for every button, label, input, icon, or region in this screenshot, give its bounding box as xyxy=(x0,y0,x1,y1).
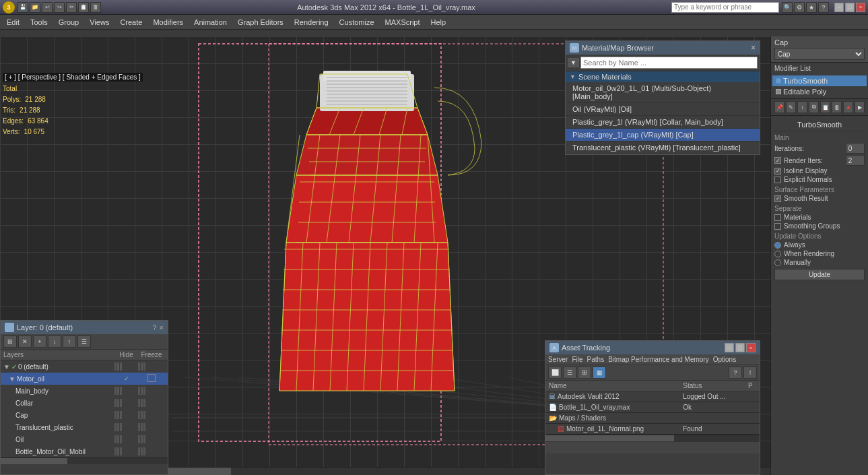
title-btn-3[interactable]: ↩ xyxy=(42,2,53,13)
menu-edit[interactable]: Edit xyxy=(1,17,25,28)
material-section-header: ▼ Scene Materials xyxy=(566,71,760,82)
menu-maxscript[interactable]: MAXScript xyxy=(380,17,426,28)
asset-menu-file[interactable]: File xyxy=(572,356,582,363)
title-btn-4[interactable]: ↪ xyxy=(54,2,65,13)
menu-help[interactable]: Help xyxy=(426,17,452,28)
asset-btn-help2[interactable]: ! xyxy=(743,367,757,379)
search-input[interactable] xyxy=(671,2,779,13)
menu-create[interactable]: Create xyxy=(114,17,147,28)
asset-cell-vault-status: Logged Out ... xyxy=(679,391,745,402)
asset-scrollbar-thumb[interactable] xyxy=(545,435,674,441)
material-item-0[interactable]: Motor_oil_0w20_1L_01 (Multi/Sub-Object) … xyxy=(566,82,760,103)
material-item-2[interactable]: Plastic_grey_1l (VRayMtl) [Collar, Main_… xyxy=(566,116,760,129)
ts-manually-radio[interactable] xyxy=(774,259,781,266)
minimize-btn[interactable]: ─ xyxy=(834,3,844,12)
ts-iterations-input[interactable] xyxy=(846,143,865,154)
close-btn[interactable]: × xyxy=(856,3,865,12)
material-item-3[interactable]: Plastic_grey_1l_cap (VRayMtl) [Cap] xyxy=(566,129,760,141)
layer-item-oil[interactable]: Oil xyxy=(1,433,168,445)
menu-animation[interactable]: Animation xyxy=(189,17,232,28)
title-btn-5[interactable]: ✂ xyxy=(66,2,77,13)
layer-item-cap[interactable]: Cap xyxy=(1,409,168,421)
mod-icon-move[interactable]: ↕ xyxy=(797,101,807,113)
mod-icon-right[interactable]: ▶ xyxy=(855,101,865,113)
cap-dropdown[interactable]: Cap xyxy=(774,48,865,60)
layer-layers-btn[interactable]: ☰ xyxy=(77,336,91,348)
layer-item-motor-oil[interactable]: ▼ Motor_oil ✓ xyxy=(1,373,168,385)
modifier-editable-poly[interactable]: Editable Poly xyxy=(772,86,867,97)
ts-isoline-row: Isoline Display xyxy=(774,167,865,175)
ts-render-iters-checkbox[interactable] xyxy=(774,157,781,164)
asset-row-png[interactable]: 🖼Motor_oil_1L_Normal.png Found xyxy=(545,424,760,435)
asset-btn-3[interactable]: ⊞ xyxy=(578,367,591,379)
layer-add-btn[interactable]: + xyxy=(33,336,46,348)
asset-maximize-btn[interactable]: □ xyxy=(735,343,745,352)
asset-cell-max-path xyxy=(745,402,760,413)
asset-minimize-btn[interactable]: ─ xyxy=(725,343,734,352)
layer-name-main-body: Main_body xyxy=(15,387,114,395)
asset-menu-bitmap[interactable]: Bitmap Performance and Memory xyxy=(608,356,709,363)
modifier-turbosmooth[interactable]: TurboSmooth xyxy=(772,75,867,86)
ts-when-rendering-radio[interactable] xyxy=(774,251,781,257)
layer-item-collar[interactable]: Collar xyxy=(1,397,168,409)
material-item-4[interactable]: Translucent_plastic (VRayMtl) [Transluce… xyxy=(566,141,760,154)
mod-icon-edit[interactable]: ✎ xyxy=(786,101,796,113)
layer-item-0[interactable]: ▼ ✓ 0 (default) xyxy=(1,360,168,373)
menu-modifiers[interactable]: Modifiers xyxy=(147,17,189,28)
menu-rendering[interactable]: Rendering xyxy=(289,17,334,28)
search-btn3[interactable]: ★ xyxy=(806,2,817,13)
maximize-btn[interactable]: □ xyxy=(845,3,855,12)
ts-smoothing-checkbox[interactable] xyxy=(774,223,781,230)
title-btn-1[interactable]: 💾 xyxy=(18,2,28,13)
ts-smooth-checkbox[interactable] xyxy=(774,195,781,202)
ts-explicit-checkbox[interactable] xyxy=(774,177,781,183)
layer-scrollbar[interactable] xyxy=(1,457,168,464)
title-btn-6[interactable]: 📋 xyxy=(78,2,89,13)
layer-sort-btn[interactable]: ⊞ xyxy=(3,336,17,348)
asset-menu-server[interactable]: Server xyxy=(548,356,568,363)
menu-customize[interactable]: Customize xyxy=(334,17,380,28)
asset-btn-help1[interactable]: ? xyxy=(729,367,742,379)
mod-icon-paste[interactable]: 📋 xyxy=(820,101,830,113)
asset-menu-options[interactable]: Options xyxy=(713,356,736,363)
material-item-1[interactable]: Oil (VRayMtl) [Oil] xyxy=(566,103,760,116)
asset-row-vault[interactable]: 🏛Autodesk Vault 2012 Logged Out ... xyxy=(545,391,760,402)
layer-item-bottle[interactable]: Bottle_Motor_Oil_Mobil xyxy=(1,445,168,457)
search-btn2[interactable]: ⚙ xyxy=(794,2,805,13)
ts-render-iters-input[interactable] xyxy=(846,155,865,166)
layer-item-translucent[interactable]: Translucent_plastic xyxy=(1,421,168,433)
ts-update-btn[interactable]: Update xyxy=(774,269,865,280)
layer-scrollbar-thumb[interactable] xyxy=(1,458,67,464)
asset-btn-1[interactable]: ⬜ xyxy=(548,367,562,379)
asset-btn-2[interactable]: ☰ xyxy=(563,367,576,379)
mod-icon-pin[interactable]: 📌 xyxy=(774,101,784,113)
menu-group[interactable]: Group xyxy=(53,17,85,28)
mod-icon-up[interactable]: 🔺 xyxy=(843,101,853,113)
asset-menu-paths[interactable]: Paths xyxy=(587,356,605,363)
material-search-input[interactable] xyxy=(580,57,758,69)
search-btn[interactable]: 🔍 xyxy=(782,2,793,13)
title-btn-2[interactable]: 📁 xyxy=(30,2,40,13)
asset-row-maps[interactable]: 📂Maps / Shaders xyxy=(545,413,760,424)
asset-row-max[interactable]: 📄Bottle_1L_Oil_vray.max Ok xyxy=(545,402,760,413)
mod-icon-delete[interactable]: 🗑 xyxy=(832,101,842,113)
material-browser-close-btn[interactable]: × xyxy=(751,43,756,53)
layer-merge-down-btn[interactable]: ↓ xyxy=(48,336,61,348)
menu-tools[interactable]: Tools xyxy=(25,17,53,28)
layer-delete-btn[interactable]: ✕ xyxy=(18,336,32,348)
menu-graph-editors[interactable]: Graph Editors xyxy=(232,17,289,28)
asset-scrollbar[interactable] xyxy=(545,435,760,441)
ts-always-radio[interactable] xyxy=(774,242,781,249)
help-btn[interactable]: ? xyxy=(818,2,829,13)
asset-close-btn[interactable]: × xyxy=(746,343,756,352)
mod-icon-copy[interactable]: ⧉ xyxy=(809,101,819,113)
ts-isoline-checkbox[interactable] xyxy=(774,168,781,175)
menu-views[interactable]: Views xyxy=(84,17,114,28)
title-btn-7[interactable]: 🗑 xyxy=(90,2,101,13)
layer-item-main-body[interactable]: Main_body xyxy=(1,385,168,397)
mat-filter-btn[interactable]: ▼ xyxy=(568,58,579,67)
ts-materials-checkbox[interactable] xyxy=(774,214,781,221)
asset-title-controls: ─ □ × xyxy=(725,343,756,352)
layer-merge-up-btn[interactable]: ↑ xyxy=(63,336,76,348)
asset-btn-4[interactable]: ▦ xyxy=(593,367,606,379)
